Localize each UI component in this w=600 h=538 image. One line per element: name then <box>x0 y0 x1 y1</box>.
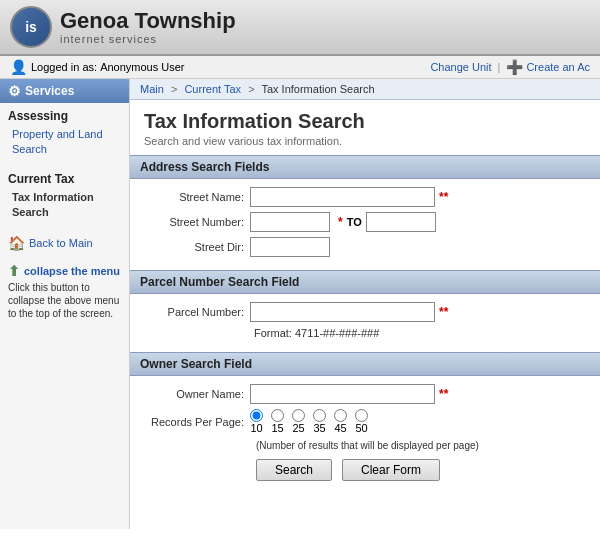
breadcrumb-sep2: > <box>248 83 254 95</box>
site-title: Genoa Township <box>60 9 236 33</box>
back-icon: 🏠 <box>8 235 25 251</box>
street-dir-label: Street Dir: <box>140 241 250 253</box>
street-number-row: Street Number: * TO <box>140 212 590 232</box>
breadcrumb-current: Tax Information Search <box>261 83 374 95</box>
gear-icon: ⚙ <box>8 83 21 99</box>
main-layout: ⚙ Services Assessing Property and Land S… <box>0 79 600 529</box>
header-title: Genoa Township internet services <box>60 9 236 45</box>
records-option-15: 15 <box>271 409 284 434</box>
page-title-area: Tax Information Search Search and view v… <box>130 100 600 155</box>
collapse-desc: Click this button to collapse the above … <box>8 281 121 320</box>
street-dir-input[interactable] <box>250 237 330 257</box>
create-account-link[interactable]: ➕ Create an Ac <box>506 59 590 75</box>
records-hint: (Number of results that will be displaye… <box>256 440 590 451</box>
user-name: Anonymous User <box>100 61 184 73</box>
parcel-number-label: Parcel Number: <box>140 306 250 318</box>
records-radio-35[interactable] <box>313 409 326 422</box>
street-number-to-input[interactable] <box>366 212 436 232</box>
search-button[interactable]: Search <box>256 459 332 481</box>
address-search-section: Street Name: ** Street Number: * TO Stre… <box>130 179 600 270</box>
parcel-format-hint: Format: 4711-##-###-### <box>254 327 379 339</box>
records-label-50: 50 <box>355 422 367 434</box>
parcel-number-row: Parcel Number: ** <box>140 302 590 322</box>
collapse-label: collapse the menu <box>24 265 120 277</box>
street-number-label: Street Number: <box>140 216 250 228</box>
clear-form-button[interactable]: Clear Form <box>342 459 440 481</box>
records-per-page-label: Records Per Page: <box>140 416 250 428</box>
records-option-50: 50 <box>355 409 368 434</box>
owner-search-section: Owner Name: ** Records Per Page: 10 15 <box>130 376 600 499</box>
street-name-input[interactable] <box>250 187 435 207</box>
records-per-page-row: Records Per Page: 10 15 25 <box>140 409 590 434</box>
logo-text: is <box>25 19 37 35</box>
owner-search-header: Owner Search Field <box>130 352 600 376</box>
change-unit-link[interactable]: Change Unit <box>430 61 491 73</box>
parcel-search-header: Parcel Number Search Field <box>130 270 600 294</box>
street-number-required: * <box>338 215 343 229</box>
owner-name-row: Owner Name: ** <box>140 384 590 404</box>
records-label-15: 15 <box>271 422 283 434</box>
street-number-inputs: * TO <box>250 212 436 232</box>
collapse-icon: ⬆ <box>8 263 20 279</box>
site-subtitle: internet services <box>60 33 236 45</box>
sidebar-section-assessing: Assessing <box>0 103 129 125</box>
records-radio-45[interactable] <box>334 409 347 422</box>
parcel-format-row: Format: 4711-##-###-### <box>140 327 590 339</box>
parcel-search-section: Parcel Number: ** Format: 4711-##-###-##… <box>130 294 600 352</box>
logged-in-label: Logged in as: <box>31 61 97 73</box>
logo: is <box>10 6 52 48</box>
parcel-number-input[interactable] <box>250 302 435 322</box>
records-label-35: 35 <box>313 422 325 434</box>
page-subtitle: Search and view various tax information. <box>144 135 586 147</box>
sidebar-item-property-land-search[interactable]: Property and Land Search <box>0 125 129 160</box>
breadcrumb-main[interactable]: Main <box>140 83 164 95</box>
records-radio-50[interactable] <box>355 409 368 422</box>
records-label-25: 25 <box>292 422 304 434</box>
owner-name-required: ** <box>439 387 448 401</box>
sidebar: ⚙ Services Assessing Property and Land S… <box>0 79 130 529</box>
breadcrumb-sep1: > <box>171 83 177 95</box>
login-bar: 👤 Logged in as: Anonymous User Change Un… <box>0 56 600 79</box>
services-tab-label: Services <box>25 84 74 98</box>
records-radio-group: 10 15 25 35 <box>250 409 368 434</box>
street-number-from-input[interactable] <box>250 212 330 232</box>
records-radio-25[interactable] <box>292 409 305 422</box>
plus-icon: ➕ <box>506 59 523 75</box>
sidebar-item-tax-info-search[interactable]: Tax Information Search <box>0 188 129 223</box>
records-radio-15[interactable] <box>271 409 284 422</box>
parcel-number-required: ** <box>439 305 448 319</box>
breadcrumb: Main > Current Tax > Tax Information Sea… <box>130 79 600 100</box>
street-name-required: ** <box>439 190 448 204</box>
street-name-row: Street Name: ** <box>140 187 590 207</box>
address-search-header: Address Search Fields <box>130 155 600 179</box>
records-option-35: 35 <box>313 409 326 434</box>
separator: | <box>498 61 501 73</box>
content-area: Main > Current Tax > Tax Information Sea… <box>130 79 600 529</box>
collapse-link[interactable]: ⬆ collapse the menu <box>8 263 121 279</box>
street-dir-row: Street Dir: <box>140 237 590 257</box>
records-option-45: 45 <box>334 409 347 434</box>
sidebar-services-tab[interactable]: ⚙ Services <box>0 79 129 103</box>
to-label: TO <box>347 216 362 228</box>
sidebar-back-to-main[interactable]: 🏠 Back to Main <box>0 229 129 257</box>
records-radio-10[interactable] <box>250 409 263 422</box>
records-option-25: 25 <box>292 409 305 434</box>
back-label: Back to Main <box>29 237 93 249</box>
header: is Genoa Township internet services <box>0 0 600 56</box>
create-account-text[interactable]: Create an Ac <box>526 61 590 73</box>
button-row: Search Clear Form <box>256 459 590 481</box>
records-option-10: 10 <box>250 409 263 434</box>
breadcrumb-current-tax[interactable]: Current Tax <box>184 83 241 95</box>
sidebar-collapse: ⬆ collapse the menu Click this button to… <box>0 257 129 326</box>
records-label-45: 45 <box>334 422 346 434</box>
street-name-label: Street Name: <box>140 191 250 203</box>
records-label-10: 10 <box>250 422 262 434</box>
sidebar-section-current-tax: Current Tax <box>0 166 129 188</box>
page-title: Tax Information Search <box>144 110 586 133</box>
login-icon: 👤 <box>10 59 27 75</box>
owner-name-label: Owner Name: <box>140 388 250 400</box>
owner-name-input[interactable] <box>250 384 435 404</box>
